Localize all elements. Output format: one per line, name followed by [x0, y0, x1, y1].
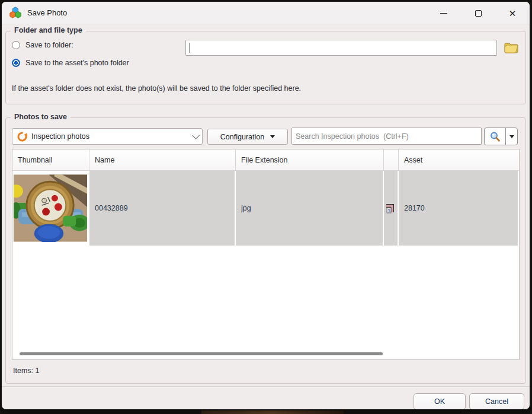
- column-header-thumbnail[interactable]: Thumbnail: [12, 149, 89, 170]
- photos-to-save-group: Photos to save Inspection photos Configu…: [5, 117, 526, 384]
- name-cell[interactable]: 00432889: [89, 171, 236, 246]
- asset-type-cell[interactable]: 3: [384, 171, 399, 246]
- thumbnail-cell[interactable]: [12, 171, 89, 246]
- close-button[interactable]: ✕: [495, 2, 530, 24]
- folder-path-input[interactable]: [185, 40, 497, 56]
- pipe-fitting-icon: 3: [385, 203, 396, 214]
- minimize-icon: [440, 13, 447, 14]
- configuration-label: Configuration: [220, 133, 264, 141]
- window-title: Save Photo: [27, 8, 67, 17]
- group-title: Folder and file type: [11, 26, 86, 34]
- dropdown-arrow-icon: [270, 135, 275, 138]
- folder-note-text: If the asset's folder does not exist, th…: [12, 84, 301, 93]
- dropdown-arrow-icon: [509, 135, 514, 138]
- column-header-icon[interactable]: [384, 149, 399, 170]
- radio-circle-icon[interactable]: [12, 41, 20, 49]
- folder-icon: [504, 42, 518, 54]
- horizontal-scrollbar[interactable]: [20, 352, 383, 355]
- table-row[interactable]: 00432889 jpg 3 28170: [12, 171, 519, 246]
- footer-divider: [2, 386, 530, 387]
- folder-and-file-type-group: Folder and file type Save to folder: Sav…: [5, 31, 526, 104]
- photo-type-dropdown[interactable]: Inspection photos: [12, 128, 203, 145]
- search-options-arrow[interactable]: [506, 128, 517, 145]
- minimize-button[interactable]: [427, 2, 461, 24]
- items-count-label: Items: 1: [13, 367, 39, 375]
- ok-button[interactable]: OK: [414, 393, 466, 410]
- radio-selected-icon[interactable]: [12, 59, 20, 67]
- table-header-row: Thumbnail Name File Extension Asset: [12, 149, 519, 171]
- column-header-name[interactable]: Name: [89, 149, 236, 170]
- search-input[interactable]: [291, 128, 482, 145]
- group-title: Photos to save: [11, 113, 70, 121]
- asset-cell[interactable]: 28170: [399, 171, 519, 246]
- app-logo-icon: [9, 7, 22, 20]
- titlebar[interactable]: Save Photo ✕: [2, 2, 530, 24]
- configuration-button[interactable]: Configuration: [207, 129, 288, 145]
- photos-table: Thumbnail Name File Extension Asset: [12, 149, 520, 360]
- radio-save-to-folder[interactable]: Save to folder:: [12, 41, 73, 49]
- save-photo-dialog: Save Photo ✕ Folder and file type Save t…: [1, 1, 531, 410]
- photo-type-value: Inspection photos: [31, 132, 188, 141]
- text-caret: [190, 43, 190, 53]
- radio-save-to-asset-folder[interactable]: Save to the asset's photo folder: [12, 59, 129, 67]
- file-extension-cell[interactable]: jpg: [236, 171, 384, 246]
- search-button[interactable]: [485, 128, 505, 145]
- maximize-button[interactable]: [461, 2, 495, 24]
- column-header-file-extension[interactable]: File Extension: [236, 149, 384, 170]
- chevron-down-icon: [192, 132, 200, 139]
- svg-text:3: 3: [387, 208, 390, 214]
- search-icon: [489, 131, 501, 142]
- close-icon: ✕: [509, 9, 517, 18]
- browse-folder-button[interactable]: [501, 39, 521, 57]
- search-split-button[interactable]: [484, 128, 518, 145]
- maximize-icon: [475, 10, 482, 17]
- cancel-button[interactable]: Cancel: [469, 393, 524, 410]
- water-meter-photo: [14, 174, 87, 242]
- radio-label: Save to the asset's photo folder: [25, 59, 129, 67]
- refresh-orange-icon: [17, 132, 27, 142]
- column-header-asset[interactable]: Asset: [399, 149, 519, 170]
- radio-label: Save to folder:: [25, 41, 73, 49]
